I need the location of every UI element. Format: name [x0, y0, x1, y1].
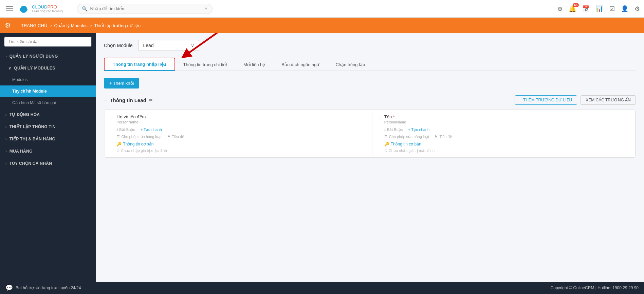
checklist-button[interactable]: ☑: [609, 5, 615, 13]
module-label: Chọn Module: [104, 43, 133, 48]
tab-moi-lien-he[interactable]: Mối liên hệ: [235, 59, 273, 71]
breadcrumb-home[interactable]: TRANG CHỦ: [21, 23, 48, 28]
field-drag-handle[interactable]: ≡: [110, 114, 113, 121]
breadcrumb: TRANG CHỦ > Quản lý Modules > Thiết lập …: [16, 23, 146, 28]
field-link-basic-info[interactable]: 🔑 Thông tin cơ bản: [384, 142, 630, 146]
sidebar: › QUẢN LÝ NGƯỜI DÙNG ∨ QUẢN LÝ MODULES M…: [0, 33, 96, 282]
bulk-icon: ☰: [384, 135, 388, 139]
tab-label: Thông tin trang chi tiết: [183, 62, 227, 67]
tabs-section: Thông tin trang nhập liệu Thông tin tran…: [104, 58, 636, 71]
field-default: ⊙ Chưa nhập giá trị mặc định: [384, 149, 630, 153]
field-drag-handle[interactable]: ≡: [378, 114, 381, 121]
field-type: PersonName: [384, 120, 630, 124]
sidebar-item-label: TỰ ĐỘNG HÓA: [10, 112, 40, 117]
field-type: PersonName: [116, 120, 362, 124]
circle-icon: ⊙: [116, 149, 119, 153]
module-selector: Chọn Module Lead ∨: [104, 40, 636, 51]
field-attr-flag: ⚑ Tiêu đề: [435, 135, 452, 139]
notification-button[interactable]: 🔔 65: [569, 5, 576, 13]
field-link-basic-info[interactable]: 🔑 Thông tin cơ bản: [116, 142, 362, 146]
chevron-down-icon: ∨: [8, 66, 11, 71]
footer-chat: 💬 Bot hỗ trợ sử dụng trực tuyến 24/24: [5, 284, 81, 292]
logo-cloud-text: CLOUD: [32, 4, 48, 9]
chevron-right-icon: ›: [5, 162, 7, 165]
drag-handle-icon[interactable]: ≡: [104, 97, 107, 103]
view-hidden-fields-button[interactable]: XEM CÁC TRƯỜNG ẨN: [581, 95, 636, 105]
sidebar-item-marketing[interactable]: › TIẾP THỊ & BÁN HÀNG: [0, 133, 96, 145]
fields-grid: ≡ Họ và tên đệm PersonName ℹ Bắt Buộc: [104, 110, 636, 158]
sidebar-sub-label: Modules: [12, 77, 27, 82]
logo-icon: [18, 3, 30, 15]
search-bar: 🔍 ∨: [77, 4, 213, 14]
sidebar-sub-item-code-config[interactable]: Cấu hình Mã số bản ghi: [0, 97, 96, 109]
tab-ban-dich[interactable]: Bản dịch ngôn ngữ: [273, 59, 327, 71]
sidebar-item-purchase[interactable]: › MUA HÀNG: [0, 145, 96, 157]
field-attr-create[interactable]: + Tạo nhanh: [408, 128, 429, 132]
content-area: Chọn Module Lead ∨ Thông tin trang nhập …: [96, 33, 644, 282]
field-name: Tên *: [384, 114, 395, 119]
orange-settings-button[interactable]: ⚙: [0, 18, 16, 33]
section-actions: + THÊM TRƯỜNG DỮ LIỆU XEM CÁC TRƯỜNG ẨN: [515, 95, 636, 105]
link-label: Thông tin cơ bản: [391, 142, 421, 146]
field-attrs-row1: ℹ Bắt Buộc + Tạo nhanh: [384, 128, 630, 132]
top-navbar: CLOUDPRO Lead Chợ cho Industry 🔍 ∨ ⊕ 🔔 6…: [0, 0, 644, 18]
sidebar-item-label: THIẾT LẬP THÔNG TIN: [10, 124, 56, 129]
chevron-right-icon: ›: [5, 113, 7, 117]
field-attr-required: ℹ Bắt Buộc: [384, 128, 403, 132]
sidebar-item-settings[interactable]: › THIẾT LẬP THÔNG TIN: [0, 121, 96, 133]
field-attrs-row2: ☰ Cho phép sửa hàng loạt ⚑ Tiêu đề: [384, 135, 630, 139]
key-icon: 🔑: [116, 142, 122, 146]
search-dropdown-arrow[interactable]: ∨: [205, 6, 207, 11]
add-button[interactable]: ⊕: [557, 5, 563, 13]
sidebar-sub-label: Tùy chỉnh Module: [12, 89, 47, 94]
logo-tagline: Lead Chợ cho Industry: [32, 9, 63, 13]
sidebar-item-modules[interactable]: ∨ QUẢN LÝ MODULES: [0, 62, 96, 74]
sidebar-sub-item-customize-module[interactable]: Tùy chỉnh Module: [0, 85, 96, 97]
user-button[interactable]: 👤: [621, 5, 628, 13]
breadcrumb-current: Thiết lập trường dữ liệu: [94, 23, 141, 28]
calendar-button[interactable]: 📅: [582, 5, 590, 13]
search-input[interactable]: [90, 6, 205, 11]
sidebar-item-personal[interactable]: › TÙY CHỌN CÁ NHÂN: [0, 157, 96, 170]
footer: 💬 Bot hỗ trợ sử dụng trực tuyến 24/24 Co…: [0, 282, 644, 294]
edit-icon[interactable]: ✏: [149, 98, 153, 103]
navbar-actions: ⊕ 🔔 65 📅 📊 ☑ 👤 ⚙: [557, 5, 640, 13]
default-label: Chưa nhập giá trị mặc định: [389, 149, 435, 153]
sidebar-item-automation[interactable]: › TỰ ĐỘNG HÓA: [0, 109, 96, 121]
chevron-right-icon: ›: [5, 137, 7, 141]
module-dropdown[interactable]: Lead ∨: [138, 40, 199, 51]
tab-chan-trung[interactable]: Chặn trùng lặp: [327, 59, 373, 71]
logo: CLOUDPRO Lead Chợ cho Industry: [18, 3, 63, 15]
sidebar-item-users[interactable]: › QUẢN LÝ NGƯỜI DÙNG: [0, 50, 96, 62]
sidebar-sub-item-modules[interactable]: Modules: [0, 74, 96, 85]
bulk-label: Cho phép sửa hàng loạt: [121, 135, 162, 139]
settings-button[interactable]: ⚙: [634, 5, 640, 13]
add-block-label: + Thêm khối: [109, 81, 134, 86]
hamburger-button[interactable]: [4, 4, 15, 13]
breadcrumb-module[interactable]: Quản lý Modules: [54, 23, 87, 28]
chart-button[interactable]: 📊: [596, 5, 603, 13]
tab-nhap-lieu[interactable]: Thông tin trang nhập liệu: [104, 58, 175, 71]
create-label: + Tạo nhanh: [141, 128, 162, 132]
field-attr-create[interactable]: + Tạo nhanh: [141, 128, 162, 132]
tab-label: Mối liên hệ: [243, 62, 265, 67]
sidebar-search-input[interactable]: [4, 37, 92, 47]
notification-badge: 65: [573, 3, 579, 7]
sidebar-item-label: TÙY CHỌN CÁ NHÂN: [10, 161, 52, 166]
logo-pro-text: PRO: [48, 4, 57, 9]
sidebar-search-area: [0, 33, 96, 50]
required-marker: *: [393, 114, 395, 119]
section-header: ≡ Thông tin Lead ✏ + THÊM TRƯỜNG DỮ LIỆU…: [104, 95, 636, 105]
add-field-button[interactable]: + THÊM TRƯỜNG DỮ LIỆU: [515, 95, 577, 105]
circle-icon: ⊙: [384, 149, 387, 153]
tab-chi-tiet[interactable]: Thông tin trang chi tiết: [175, 59, 235, 71]
attr-required-label: Bắt Buộc: [119, 128, 135, 132]
create-label: + Tạo nhanh: [408, 128, 429, 132]
main-layout: › QUẢN LÝ NGƯỜI DÙNG ∨ QUẢN LÝ MODULES M…: [0, 33, 644, 282]
chat-icon: 💬: [5, 284, 13, 292]
field-card-ten: ≡ Tên * PersonName ℹ Bắt Buộc: [372, 110, 636, 157]
add-block-button[interactable]: + Thêm khối: [104, 78, 139, 89]
field-attr-required: ℹ Bắt Buộc: [116, 128, 135, 132]
sidebar-item-label: QUẢN LÝ NGƯỜI DÙNG: [10, 54, 58, 59]
field-attrs-row1: ℹ Bắt Buộc + Tạo nhanh: [116, 128, 362, 132]
